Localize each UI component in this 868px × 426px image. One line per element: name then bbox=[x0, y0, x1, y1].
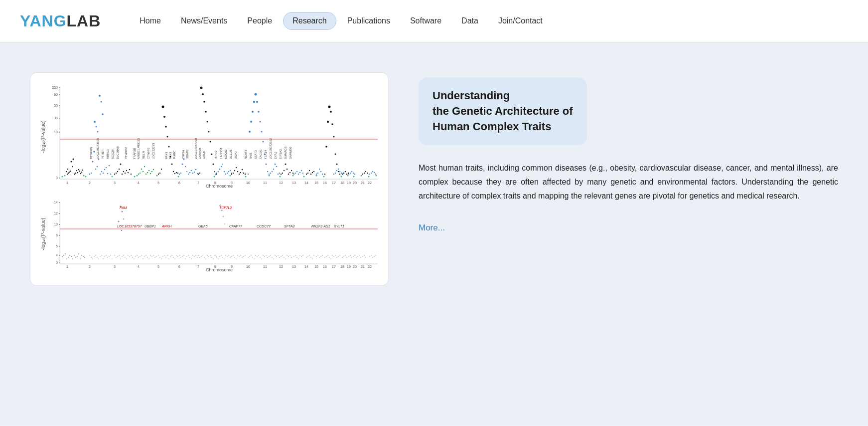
more-link[interactable]: More... bbox=[419, 223, 445, 232]
svg-point-489 bbox=[242, 257, 243, 258]
logo[interactable]: YANGLAB bbox=[20, 12, 101, 30]
svg-point-217 bbox=[276, 166, 277, 167]
svg-point-144 bbox=[170, 156, 171, 158]
svg-point-514 bbox=[281, 256, 282, 257]
svg-point-305 bbox=[361, 175, 362, 177]
svg-point-511 bbox=[276, 256, 277, 257]
svg-point-226 bbox=[289, 172, 290, 173]
svg-text:CHUK: CHUK bbox=[202, 151, 205, 159]
svg-text:XYLT1: XYLT1 bbox=[333, 224, 344, 228]
svg-text:10: 10 bbox=[246, 265, 250, 268]
svg-text:PTH1R: PTH1R bbox=[101, 149, 104, 159]
svg-point-196 bbox=[243, 173, 244, 174]
svg-point-394 bbox=[107, 257, 108, 258]
svg-text:LOC105372562: LOC105372562 bbox=[269, 138, 272, 159]
svg-point-391 bbox=[103, 258, 104, 259]
nav-item-data[interactable]: Data bbox=[452, 12, 487, 29]
svg-point-466 bbox=[210, 255, 211, 256]
svg-point-123 bbox=[129, 169, 130, 170]
nav-item-news-events[interactable]: News/Events bbox=[172, 12, 236, 29]
svg-point-369 bbox=[75, 257, 76, 258]
svg-point-516 bbox=[284, 257, 285, 258]
svg-point-272 bbox=[351, 171, 352, 172]
svg-point-224 bbox=[287, 169, 288, 170]
svg-point-568 bbox=[371, 255, 372, 256]
svg-point-283 bbox=[375, 174, 376, 175]
svg-point-531 bbox=[309, 255, 310, 256]
svg-point-174 bbox=[214, 171, 215, 172]
svg-point-384 bbox=[92, 258, 93, 259]
nav-item-home[interactable]: Home bbox=[131, 12, 170, 29]
svg-point-110 bbox=[99, 95, 101, 97]
research-topic-title: Understanding the Genetic Architecture o… bbox=[433, 88, 573, 134]
svg-text:4: 4 bbox=[138, 265, 140, 268]
nav-item-software[interactable]: Software bbox=[401, 12, 450, 29]
svg-text:5: 5 bbox=[157, 181, 159, 185]
svg-point-428 bbox=[159, 257, 160, 258]
svg-point-235 bbox=[302, 173, 303, 174]
svg-point-504 bbox=[266, 255, 267, 256]
svg-point-216 bbox=[275, 164, 276, 165]
svg-point-290 bbox=[137, 175, 138, 177]
svg-point-523 bbox=[295, 255, 296, 256]
svg-point-557 bbox=[351, 257, 352, 258]
svg-point-277 bbox=[365, 171, 366, 172]
svg-point-372 bbox=[80, 258, 81, 259]
svg-point-493 bbox=[249, 256, 250, 257]
svg-point-304 bbox=[353, 176, 355, 178]
svg-point-276 bbox=[364, 173, 365, 174]
svg-point-210 bbox=[266, 164, 267, 165]
svg-text:14: 14 bbox=[304, 265, 308, 268]
svg-point-512 bbox=[278, 255, 279, 256]
svg-point-501 bbox=[261, 258, 262, 259]
nav-item-people[interactable]: People bbox=[238, 12, 281, 29]
svg-text:CCDC77: CCDC77 bbox=[257, 224, 271, 228]
svg-point-416 bbox=[141, 255, 142, 256]
svg-text:19: 19 bbox=[347, 265, 351, 268]
svg-point-243 bbox=[317, 173, 318, 174]
svg-point-569 bbox=[372, 257, 373, 258]
svg-point-134 bbox=[151, 171, 152, 172]
nav-item-publications[interactable]: Publications bbox=[338, 12, 399, 29]
svg-text:Chromosome: Chromosome bbox=[206, 184, 233, 189]
svg-point-287 bbox=[85, 176, 87, 178]
svg-text:EYA2: EYA2 bbox=[274, 151, 277, 159]
svg-text:20: 20 bbox=[353, 265, 357, 268]
svg-point-172 bbox=[211, 154, 213, 155]
svg-point-458 bbox=[221, 210, 223, 212]
svg-text:15: 15 bbox=[314, 265, 318, 268]
svg-point-411 bbox=[134, 258, 135, 259]
svg-point-497 bbox=[255, 255, 256, 256]
svg-point-303 bbox=[347, 175, 349, 177]
svg-point-549 bbox=[338, 256, 339, 257]
svg-text:SCG28: SCG28 bbox=[111, 149, 114, 159]
svg-text:TSPAN8: TSPAN8 bbox=[219, 147, 222, 159]
svg-point-487 bbox=[239, 256, 240, 257]
svg-text:EIF5A2: EIF5A2 bbox=[279, 149, 282, 159]
svg-point-432 bbox=[165, 257, 166, 258]
svg-point-506 bbox=[269, 256, 270, 257]
svg-point-496 bbox=[254, 258, 255, 259]
svg-point-246 bbox=[322, 174, 323, 175]
svg-point-470 bbox=[216, 256, 217, 257]
svg-text:LOC105373595: LOC105373595 bbox=[96, 138, 99, 159]
svg-point-291 bbox=[156, 175, 158, 177]
nav-item-join-contact[interactable]: Join/Contact bbox=[489, 12, 552, 29]
svg-point-133 bbox=[150, 173, 151, 174]
svg-point-565 bbox=[364, 255, 365, 256]
svg-point-370 bbox=[77, 256, 78, 257]
svg-point-395 bbox=[109, 256, 110, 257]
nav-item-research[interactable]: Research bbox=[283, 12, 336, 30]
research-description: Most human traits, including common dise… bbox=[419, 161, 838, 203]
svg-point-403 bbox=[122, 256, 123, 257]
svg-point-433 bbox=[167, 255, 168, 256]
svg-point-399 bbox=[116, 257, 117, 258]
svg-point-450 bbox=[192, 255, 193, 256]
svg-point-153 bbox=[183, 159, 185, 160]
svg-point-484 bbox=[234, 257, 235, 258]
svg-point-171 bbox=[210, 141, 211, 143]
svg-point-240 bbox=[312, 172, 313, 173]
svg-point-410 bbox=[132, 257, 133, 258]
svg-point-507 bbox=[270, 255, 271, 256]
svg-point-268 bbox=[346, 174, 347, 175]
